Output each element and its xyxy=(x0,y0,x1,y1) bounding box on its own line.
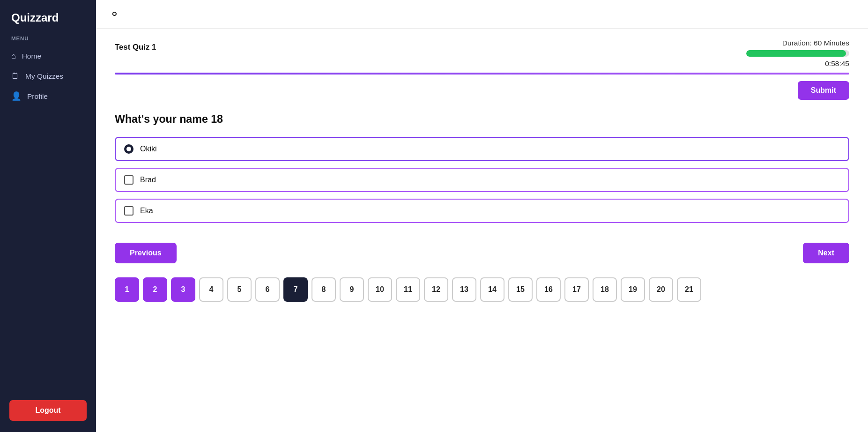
sidebar-item-home-label: Home xyxy=(22,52,41,60)
page-button-18[interactable]: 18 xyxy=(593,277,617,302)
page-button-17[interactable]: 17 xyxy=(564,277,589,302)
page-button-3[interactable]: 3 xyxy=(171,277,195,302)
page-button-10[interactable]: 10 xyxy=(368,277,392,302)
progress-bar-wrap xyxy=(746,50,849,57)
option-checkbox-1 xyxy=(124,144,134,154)
top-bar: ⚬ xyxy=(96,0,868,29)
option-label-1: Okiki xyxy=(140,145,157,153)
answer-option-2[interactable]: Brad xyxy=(115,168,849,192)
page-button-20[interactable]: 20 xyxy=(649,277,673,302)
page-button-15[interactable]: 15 xyxy=(508,277,533,302)
home-icon: ⌂ xyxy=(11,51,16,61)
page-button-12[interactable]: 12 xyxy=(424,277,448,302)
answer-option-1[interactable]: Okiki xyxy=(115,137,849,161)
page-button-6[interactable]: 6 xyxy=(255,277,280,302)
sidebar-item-profile-label: Profile xyxy=(27,92,48,101)
page-button-16[interactable]: 16 xyxy=(536,277,561,302)
page-button-19[interactable]: 19 xyxy=(621,277,645,302)
main-content: ⚬ Test Quiz 1 Duration: 60 Minutes 0:58:… xyxy=(96,0,868,432)
sidebar-item-profile[interactable]: 👤 Profile xyxy=(0,86,96,106)
option-checkbox-3 xyxy=(124,206,134,216)
sidebar-item-home[interactable]: ⌂ Home xyxy=(0,46,96,66)
sidebar-item-my-quizzes[interactable]: 🗒 My Quizzes xyxy=(0,66,96,86)
page-button-14[interactable]: 14 xyxy=(480,277,504,302)
page-button-4[interactable]: 4 xyxy=(199,277,223,302)
page-button-11[interactable]: 11 xyxy=(396,277,420,302)
progress-bar-fill xyxy=(746,50,846,57)
page-button-9[interactable]: 9 xyxy=(340,277,364,302)
pagination: 123456789101112131415161718192021 xyxy=(96,273,868,316)
option-checkbox-2 xyxy=(124,175,134,185)
previous-button[interactable]: Previous xyxy=(115,243,177,263)
menu-label: MENU xyxy=(0,36,96,46)
sidebar-item-my-quizzes-label: My Quizzes xyxy=(25,72,63,81)
page-button-5[interactable]: 5 xyxy=(227,277,252,302)
page-button-2[interactable]: 2 xyxy=(143,277,167,302)
page-button-7[interactable]: 7 xyxy=(283,277,308,302)
quizzes-icon: 🗒 xyxy=(11,71,20,81)
next-button[interactable]: Next xyxy=(803,243,849,263)
page-button-8[interactable]: 8 xyxy=(312,277,336,302)
page-button-21[interactable]: 21 xyxy=(677,277,701,302)
sidebar: Quizzard MENU ⌂ Home 🗒 My Quizzes 👤 Prof… xyxy=(0,0,96,432)
quiz-header: Test Quiz 1 Duration: 60 Minutes 0:58:45 xyxy=(96,29,868,73)
submit-button[interactable]: Submit xyxy=(798,81,849,100)
duration-info: Duration: 60 Minutes 0:58:45 xyxy=(746,39,849,68)
duration-label: Duration: 60 Minutes xyxy=(782,39,849,47)
quiz-title: Test Quiz 1 xyxy=(115,39,156,52)
nav-row: Previous Next xyxy=(96,234,868,273)
timer-display: 0:58:45 xyxy=(825,60,849,68)
question-area: What's your name 18 Okiki Brad Eka xyxy=(96,100,868,234)
answer-option-3[interactable]: Eka xyxy=(115,199,849,223)
app-brand: Quizzard xyxy=(0,11,96,36)
profile-nav-icon: 👤 xyxy=(11,91,22,101)
page-button-13[interactable]: 13 xyxy=(452,277,476,302)
submit-row: Submit xyxy=(96,74,868,100)
option-label-3: Eka xyxy=(140,207,153,215)
logout-button[interactable]: Logout xyxy=(9,400,87,421)
user-profile-icon: ⚬ xyxy=(109,7,120,22)
question-text: What's your name 18 xyxy=(115,113,849,126)
option-label-2: Brad xyxy=(140,176,156,184)
page-button-1[interactable]: 1 xyxy=(115,277,139,302)
